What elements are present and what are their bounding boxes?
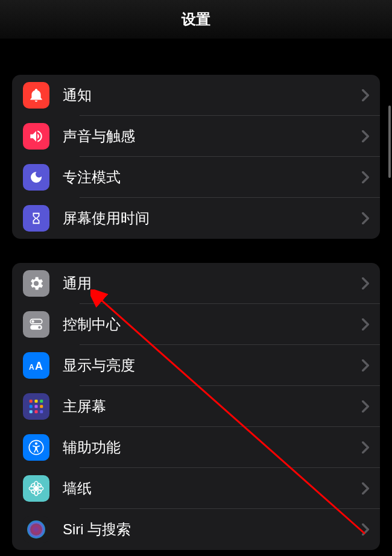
settings-row-siri[interactable]: Siri 与搜索 bbox=[12, 509, 380, 550]
svg-text:A: A bbox=[35, 360, 43, 372]
speaker-icon bbox=[23, 123, 49, 150]
header-bar: 设置 bbox=[0, 0, 392, 39]
settings-row-notifications[interactable]: 通知 bbox=[12, 75, 380, 116]
svg-rect-14 bbox=[40, 410, 43, 413]
chevron-right-icon bbox=[362, 523, 369, 535]
row-label: 专注模式 bbox=[63, 168, 362, 187]
svg-point-17 bbox=[34, 487, 38, 490]
settings-row-sounds[interactable]: 声音与触感 bbox=[12, 116, 380, 157]
chevron-right-icon bbox=[362, 359, 369, 371]
bell-icon bbox=[23, 82, 49, 109]
svg-point-16 bbox=[35, 442, 37, 444]
settings-group-2: 通用 控制中心 AA 显示与亮度 主屏幕 bbox=[12, 263, 380, 550]
moon-icon bbox=[23, 164, 49, 191]
chevron-right-icon bbox=[362, 130, 369, 142]
svg-point-27 bbox=[30, 523, 42, 535]
row-label: 显示与亮度 bbox=[63, 356, 362, 375]
chevron-right-icon bbox=[362, 89, 369, 101]
gear-icon bbox=[23, 270, 49, 297]
textsize-icon: AA bbox=[23, 352, 49, 379]
row-label: 通知 bbox=[63, 86, 362, 105]
svg-rect-13 bbox=[35, 410, 38, 413]
chevron-right-icon bbox=[362, 171, 369, 183]
page-title: 设置 bbox=[182, 10, 210, 29]
chevron-right-icon bbox=[362, 400, 369, 412]
settings-group-1: 通知 声音与触感 专注模式 屏幕使用时间 bbox=[12, 75, 380, 239]
settings-row-accessibility[interactable]: 辅助功能 bbox=[12, 427, 380, 468]
svg-point-3 bbox=[38, 326, 40, 329]
settings-row-wallpaper[interactable]: 墙纸 bbox=[12, 468, 380, 509]
settings-row-controlcenter[interactable]: 控制中心 bbox=[12, 304, 380, 345]
settings-row-homescreen[interactable]: 主屏幕 bbox=[12, 386, 380, 427]
svg-text:A: A bbox=[29, 363, 34, 371]
settings-row-screentime[interactable]: 屏幕使用时间 bbox=[12, 198, 380, 239]
row-label: 主屏幕 bbox=[63, 397, 362, 416]
row-label: Siri 与搜索 bbox=[63, 520, 362, 539]
row-label: 声音与触感 bbox=[63, 127, 362, 146]
siri-icon bbox=[23, 516, 49, 543]
svg-rect-11 bbox=[40, 405, 43, 408]
toggle-icon bbox=[23, 311, 49, 338]
row-label: 墙纸 bbox=[63, 479, 362, 498]
chevron-right-icon bbox=[362, 441, 369, 453]
svg-rect-6 bbox=[30, 400, 33, 403]
chevron-right-icon bbox=[362, 482, 369, 494]
svg-rect-9 bbox=[30, 405, 33, 408]
settings-row-general[interactable]: 通用 bbox=[12, 263, 380, 304]
row-label: 通用 bbox=[63, 274, 362, 293]
hourglass-icon bbox=[23, 205, 49, 232]
svg-rect-8 bbox=[40, 400, 43, 403]
chevron-right-icon bbox=[362, 212, 369, 224]
accessibility-icon bbox=[23, 434, 49, 461]
svg-rect-12 bbox=[30, 410, 33, 413]
scrollbar[interactable] bbox=[388, 106, 391, 178]
svg-point-1 bbox=[31, 320, 34, 323]
chevron-right-icon bbox=[362, 318, 369, 330]
flower-icon bbox=[23, 475, 49, 502]
row-label: 屏幕使用时间 bbox=[63, 209, 362, 228]
svg-rect-10 bbox=[35, 405, 38, 408]
row-label: 控制中心 bbox=[63, 315, 362, 334]
settings-row-focus[interactable]: 专注模式 bbox=[12, 157, 380, 198]
svg-rect-7 bbox=[35, 400, 38, 403]
chevron-right-icon bbox=[362, 277, 369, 289]
grid-icon bbox=[23, 393, 49, 420]
settings-row-display[interactable]: AA 显示与亮度 bbox=[12, 345, 380, 386]
row-label: 辅助功能 bbox=[63, 438, 362, 457]
